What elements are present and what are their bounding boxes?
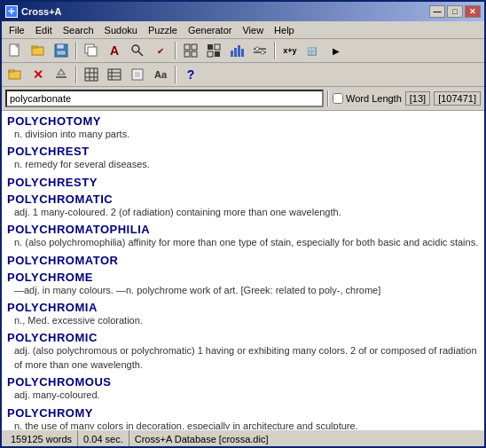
dict-definition: n. (also polychromophilia) affinity for …	[14, 236, 479, 249]
word-length-label: Word Length	[346, 93, 402, 104]
separator4	[75, 66, 77, 83]
menu-help[interactable]: Help	[269, 23, 300, 37]
list-item: POLYCHROMIAn., Med. excessive coloration…	[7, 301, 479, 327]
dict-definition: adj. (also polychromous or polychromatic…	[14, 344, 479, 372]
dict-definition: n. division into many parts.	[14, 128, 479, 141]
svg-rect-18	[215, 51, 220, 57]
menu-sudoku[interactable]: Sudoku	[99, 23, 143, 37]
svg-line-10	[138, 51, 143, 56]
open2-button[interactable]	[4, 65, 26, 84]
dict-definition: n. remedy for several diseases.	[14, 158, 479, 171]
svg-rect-12	[192, 44, 197, 50]
status-database: Cross+A Database [crossa.dic]	[129, 430, 481, 447]
svg-point-26	[261, 51, 264, 54]
dict-word: POLYCHROMIC	[7, 331, 479, 344]
svg-rect-11	[184, 44, 190, 50]
menu-file[interactable]: File	[4, 23, 30, 37]
list-item: POLYCHRESTn. remedy for several diseases…	[7, 145, 479, 171]
status-bar: 159125 words 0.04 sec. Cross+A Database …	[2, 429, 484, 447]
maximize-button[interactable]: □	[447, 5, 463, 18]
menu-bar: File Edit Search Sudoku Puzzle Generator…	[2, 21, 484, 39]
svg-rect-42	[135, 72, 140, 77]
svg-point-9	[132, 45, 139, 52]
svg-rect-6	[57, 51, 66, 55]
list-item: POLYCHROMOUSadj. many-coloured.	[7, 375, 479, 402]
word-length-checkbox[interactable]	[333, 93, 343, 104]
save-button[interactable]	[51, 41, 72, 60]
close-button[interactable]: ✕	[465, 5, 481, 18]
find-button[interactable]	[127, 41, 148, 60]
copy-grid-button[interactable]	[81, 41, 102, 60]
menu-generator[interactable]: Generator	[183, 23, 238, 37]
formula-button[interactable]: x+y	[279, 41, 301, 60]
settings-button[interactable]	[249, 41, 270, 60]
svg-rect-32	[85, 68, 98, 81]
new-button[interactable]	[4, 41, 26, 60]
word-length-area: Word Length [13] [107471]	[333, 91, 481, 106]
minimize-button[interactable]: —	[429, 5, 445, 18]
stat-button[interactable]	[226, 41, 247, 60]
close2-button[interactable]: ✕	[27, 65, 49, 84]
word-count-badge: [13]	[405, 91, 430, 106]
list-item: POLYCHROME—adj. in many colours. —n. pol…	[7, 271, 479, 297]
dict-definition: —adj. in many colours. —n. polychrome wo…	[14, 284, 479, 297]
list-item: POLYCHOTOMYn. division into many parts.	[7, 114, 479, 141]
menu-search[interactable]: Search	[58, 23, 99, 37]
app-icon: ✛	[5, 5, 18, 18]
dict-definition: adj. 1 many-coloured. 2 (of radiation) c…	[14, 206, 479, 219]
menu-view[interactable]: View	[237, 23, 269, 37]
svg-rect-14	[192, 51, 197, 57]
menu-edit[interactable]: Edit	[30, 23, 58, 37]
svg-rect-15	[208, 44, 213, 50]
title-buttons: — □ ✕	[429, 5, 481, 18]
svg-rect-20	[234, 48, 237, 57]
content-wrapper: POLYCHOTOMYn. division into many parts.P…	[2, 111, 484, 429]
list-item: POLYCHROMATOPHILIAn. (also polychromophi…	[7, 223, 479, 249]
dict-word: POLYCHROMATOR	[7, 254, 479, 267]
svg-rect-30	[56, 76, 67, 78]
dict-word: POLYCHROMATIC	[7, 193, 479, 206]
svg-rect-3	[32, 46, 37, 48]
dict-word: POLYCHOTOMY	[7, 114, 479, 128]
search-bar: Word Length [13] [107471]	[2, 87, 484, 111]
toolbar-row2: ✕ Aa ?	[2, 63, 484, 87]
check-button[interactable]: ✔	[150, 41, 171, 60]
svg-rect-22	[241, 49, 244, 57]
search-input[interactable]	[5, 90, 324, 107]
abc-button[interactable]: 🔡	[302, 41, 324, 60]
dict-word: POLYCHREST	[7, 145, 479, 158]
open-button[interactable]	[27, 41, 49, 60]
list-item: POLYCHROMATICadj. 1 many-coloured. 2 (of…	[7, 193, 479, 219]
menu-puzzle[interactable]: Puzzle	[143, 23, 183, 37]
edit2-button[interactable]	[51, 65, 72, 84]
separator2	[175, 42, 176, 59]
svg-rect-16	[215, 44, 220, 50]
dict-word: POLYCHROME	[7, 271, 479, 284]
toolbar-row1: A ✔ x+y 🔡 ▶	[2, 39, 484, 63]
grid-button[interactable]	[180, 41, 201, 60]
separator3	[274, 42, 276, 59]
svg-point-25	[255, 47, 259, 51]
svg-rect-5	[57, 44, 64, 49]
run-button[interactable]: ▶	[325, 41, 347, 60]
blank-button[interactable]	[127, 65, 148, 84]
fill-button[interactable]	[203, 41, 224, 60]
dict-definition: n., Med. excessive coloration.	[14, 314, 479, 327]
grid2-button[interactable]	[81, 65, 102, 84]
font-button[interactable]: A	[104, 41, 125, 60]
list-button[interactable]	[104, 65, 125, 84]
svg-rect-21	[238, 45, 240, 57]
list-item: POLYCHROMYn. the use of many colors in d…	[7, 406, 479, 429]
dict-word: POLYCHROMIA	[7, 301, 479, 314]
status-time: 0.04 sec.	[78, 430, 129, 447]
dict-word: POLYCHROMOUS	[7, 375, 479, 389]
dict-word: POLYCHROMATOPHILIA	[7, 223, 479, 236]
help-button[interactable]: ?	[180, 65, 201, 84]
dictionary-content[interactable]: POLYCHOTOMYn. division into many parts.P…	[2, 111, 484, 429]
text-button[interactable]: Aa	[150, 65, 171, 84]
svg-rect-17	[208, 51, 213, 57]
separator1	[75, 42, 77, 59]
title-bar: ✛ Cross+A — □ ✕	[2, 2, 484, 21]
svg-text:🔡: 🔡	[307, 46, 317, 57]
svg-rect-37	[108, 69, 121, 80]
